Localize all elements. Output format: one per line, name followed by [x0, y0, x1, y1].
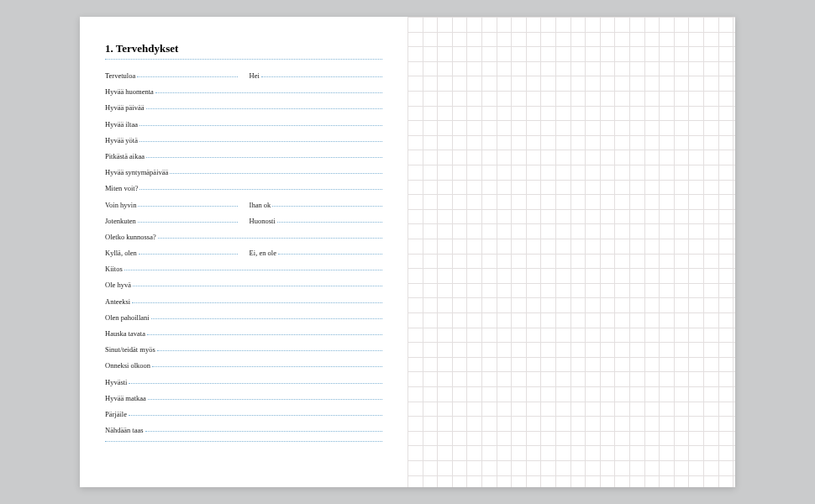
title-underline — [105, 59, 382, 60]
vocab-term: Pitkästä aikaa — [105, 152, 146, 160]
vocab-cell: Nähdään taas — [105, 426, 382, 434]
vocab-row: Hyvää huomenta — [105, 87, 382, 96]
vocab-term: Onneksi olkoon — [105, 361, 152, 370]
vocab-row: Oletko kunnossa? — [105, 233, 382, 241]
vocab-cell: Ole hyvä — [105, 281, 382, 289]
fill-line — [138, 206, 238, 207]
vocab-term: Ole hyvä — [105, 281, 133, 289]
vocab-cell: Hei — [250, 71, 382, 80]
vocab-term: Hyvää yötä — [105, 136, 139, 144]
fill-line — [147, 334, 382, 335]
vocab-term: Kiitos — [105, 265, 124, 273]
vocab-cell: Pärjäile — [105, 410, 382, 418]
vocab-row: Miten voit? — [105, 184, 382, 192]
fill-line — [145, 431, 382, 432]
vocab-row: Onneksi olkoon — [105, 361, 382, 370]
vocab-row: Pärjäile — [105, 410, 382, 418]
vocab-cell: Hyvää iltaa — [105, 120, 382, 129]
vocab-row: Hyvää iltaa — [105, 120, 382, 129]
fill-line — [129, 415, 382, 416]
vocab-term: Hyvää huomenta — [105, 87, 155, 96]
vocab-term: Ei, en ole — [250, 249, 278, 257]
fill-line — [139, 254, 239, 255]
vocab-row: Hyvää päivää — [105, 103, 382, 112]
fill-line — [146, 157, 382, 158]
fill-line — [277, 222, 382, 223]
vocab-cell: Oletko kunnossa? — [105, 233, 382, 241]
vocab-term: Hyvää syntymäpäivää — [105, 168, 170, 176]
vocab-cell: Huonosti — [250, 217, 382, 225]
vocab-term: Kyllä, olen — [105, 249, 139, 257]
vocab-cell: Hyvästi — [105, 378, 382, 386]
vocab-row: Hyvää matkaa — [105, 394, 382, 402]
left-page: 1. Tervehdykset TervetuloaHeiHyvää huome… — [80, 17, 408, 487]
vocab-term: Hyvää matkaa — [105, 394, 148, 402]
vocab-cell: Onneksi olkoon — [105, 361, 382, 370]
fill-line — [132, 302, 382, 303]
vocab-row: Hyvästi — [105, 378, 382, 386]
vocab-row: Olen pahoillani — [105, 313, 382, 322]
vocab-cell: Olen pahoillani — [105, 313, 382, 322]
vocab-row: Voin hyvinIhan ok — [105, 201, 382, 209]
fill-line — [272, 206, 382, 207]
vocab-row: Kiitos — [105, 265, 382, 273]
vocab-cell: Tervetuloa — [105, 71, 238, 80]
vocab-term: Hyvää päivää — [105, 103, 146, 112]
vocab-row: JotenkutenHuonosti — [105, 217, 382, 225]
vocab-cell: Ei, en ole — [250, 249, 382, 257]
vocab-term: Hyvää iltaa — [105, 120, 139, 129]
vocab-row: TervetuloaHei — [105, 71, 382, 80]
vocab-cell: Ihan ok — [250, 201, 382, 209]
vocab-term: Hyvästi — [105, 378, 129, 386]
vocab-term: Hei — [250, 71, 261, 80]
vocab-cell: Hyvää syntymäpäivää — [105, 168, 382, 176]
fill-line — [105, 441, 382, 442]
fill-line — [139, 125, 382, 126]
vocabulary-list: TervetuloaHeiHyvää huomentaHyvää päivääH… — [105, 71, 382, 443]
fill-line — [261, 76, 382, 77]
vocab-cell: Hyvää yötä — [105, 136, 382, 144]
fill-line — [146, 108, 383, 109]
vocab-term: Ihan ok — [250, 201, 273, 209]
vocab-row: Hyvää yötä — [105, 136, 382, 144]
vocab-term: Miten voit? — [105, 184, 139, 192]
fill-line — [157, 350, 382, 351]
vocab-cell: Miten voit? — [105, 184, 382, 192]
section-title: 1. Tervehdykset — [105, 42, 382, 55]
fill-line — [151, 318, 382, 319]
vocab-cell: Hyvää huomenta — [105, 87, 382, 96]
vocab-cell: Hyvää matkaa — [105, 394, 382, 402]
vocab-row: Nähdään taas — [105, 426, 382, 434]
vocab-row: Sinut/teidät myös — [105, 345, 382, 354]
vocab-term: Sinut/teidät myös — [105, 345, 157, 354]
vocab-term: Jotenkuten — [105, 217, 138, 225]
vocab-cell: Jotenkuten — [105, 217, 238, 225]
fill-line — [133, 286, 382, 286]
vocab-cell: Voin hyvin — [105, 201, 238, 209]
vocab-cell: Kiitos — [105, 265, 382, 273]
fill-line — [139, 189, 382, 190]
vocab-term: Oletko kunnossa? — [105, 233, 158, 241]
fill-line — [124, 270, 382, 270]
fill-line — [139, 141, 382, 142]
vocab-cell: Anteeksi — [105, 297, 382, 306]
vocab-term: Huonosti — [250, 217, 277, 225]
vocab-term: Hauska tavata — [105, 329, 147, 338]
vocab-cell: Pitkästä aikaa — [105, 152, 382, 160]
vocab-term: Pärjäile — [105, 410, 129, 418]
vocab-row: Anteeksi — [105, 297, 382, 306]
vocab-cell: Kyllä, olen — [105, 249, 238, 257]
vocab-cell: Sinut/teidät myös — [105, 345, 382, 354]
vocab-cell: Hauska tavata — [105, 329, 382, 338]
vocab-term: Tervetuloa — [105, 71, 137, 80]
vocab-row — [105, 442, 382, 443]
fill-line — [152, 366, 382, 367]
fill-line — [158, 238, 382, 239]
right-page-grid — [408, 17, 735, 487]
vocab-row: Kyllä, olenEi, en ole — [105, 249, 382, 257]
vocab-term: Olen pahoillani — [105, 313, 151, 322]
fill-line — [155, 92, 382, 93]
vocab-term: Voin hyvin — [105, 201, 138, 209]
vocab-term: Anteeksi — [105, 297, 132, 306]
vocab-row: Hauska tavata — [105, 329, 382, 338]
